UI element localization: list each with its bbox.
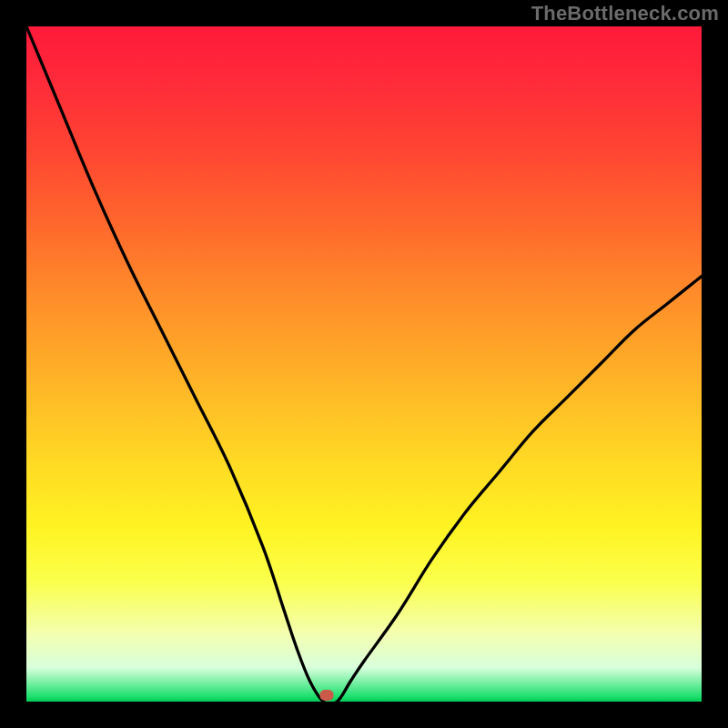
chart-frame: TheBottleneck.com (0, 0, 728, 728)
plot-area (26, 26, 702, 702)
optimal-point-marker (320, 690, 334, 701)
watermark-label: TheBottleneck.com (531, 2, 719, 25)
curve-layer (26, 26, 702, 702)
bottleneck-curve (26, 26, 702, 702)
